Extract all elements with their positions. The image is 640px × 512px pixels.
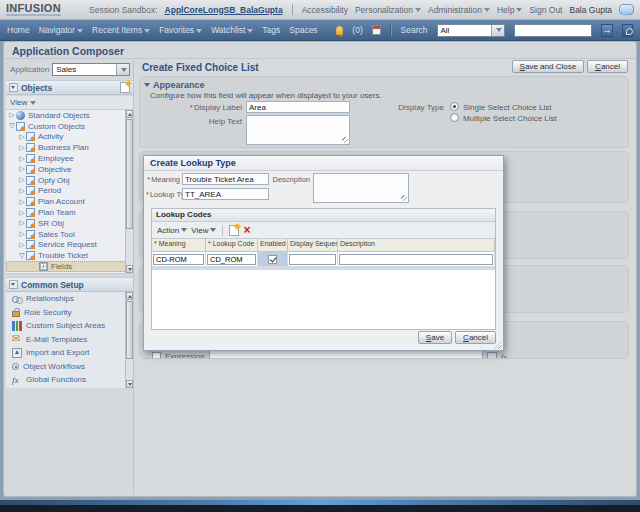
single-select-radio[interactable] (450, 102, 459, 111)
select-dropdown-button[interactable] (116, 64, 129, 75)
row-display-sequence-field[interactable] (289, 254, 336, 265)
collapse-icon[interactable]: ▽ (18, 252, 26, 260)
multiple-select-radio[interactable] (450, 113, 459, 122)
collapse-icon[interactable]: ▽ (8, 122, 16, 130)
scroll-up-icon[interactable] (126, 292, 133, 300)
sidebar-item-custom-subject-areas[interactable]: Custom Subject Areas (6, 319, 133, 333)
expand-icon[interactable]: ▷ (18, 241, 26, 249)
select-dropdown-button[interactable] (491, 25, 504, 36)
tree-item-custom-objects[interactable]: ▽Custom Objects (6, 121, 133, 132)
calendar-icon[interactable] (372, 25, 381, 35)
dialog-save-button[interactable]: Save (418, 331, 452, 344)
tree-item-sales-tool[interactable]: ▷Sales Tool (6, 229, 133, 240)
search-scope-select[interactable]: All (437, 24, 506, 37)
tree-item-trouble-ticket[interactable]: ▽Trouble Ticket (6, 250, 133, 261)
display-label-field[interactable] (246, 101, 350, 113)
expand-icon[interactable]: ▷ (18, 198, 26, 206)
expand-icon[interactable]: ▷ (18, 219, 26, 227)
cancel-button[interactable]: Cancel (587, 60, 628, 73)
help-menu[interactable]: Help (497, 5, 522, 15)
column-header-enabled[interactable]: Enabled (258, 239, 288, 251)
collapse-icon[interactable] (9, 83, 18, 92)
action-menu[interactable]: Action (157, 226, 187, 235)
tree-item-activity[interactable]: ▷Activity (6, 132, 133, 143)
sidebar-item-object-workflows[interactable]: Object Workflows (6, 360, 133, 374)
tree-item-period[interactable]: ▷Period (6, 186, 133, 197)
expand-icon[interactable]: ▷ (18, 144, 26, 152)
scroll-thumb[interactable] (126, 301, 133, 359)
session-sandbox-link[interactable]: ApplCoreLongSB_BalaGupta (165, 5, 283, 15)
list-scrollbar[interactable] (125, 292, 133, 388)
chat-icon[interactable] (619, 4, 634, 15)
nav-navigator-menu[interactable]: Navigator (39, 25, 83, 35)
sidebar-item-import-export[interactable]: Import and Export (6, 346, 133, 360)
table-row[interactable] (152, 252, 495, 267)
tree-item-opty-obj[interactable]: ▷Opty Obj (6, 175, 133, 186)
application-select[interactable]: Sales (52, 63, 130, 76)
scroll-up-icon[interactable] (126, 110, 133, 118)
nav-favorites-menu[interactable]: Favorites (159, 25, 202, 35)
search-go-button[interactable]: → (601, 24, 612, 37)
delete-row-icon[interactable]: × (243, 225, 250, 235)
sidebar-item-relationships[interactable]: Relationships (6, 292, 133, 306)
edit-expression-icon[interactable] (487, 352, 497, 360)
accessibility-link[interactable]: Accessibility (302, 5, 348, 15)
scroll-thumb[interactable] (126, 119, 133, 229)
advanced-search-icon[interactable] (622, 24, 633, 37)
expand-icon[interactable]: ▷ (8, 111, 16, 119)
row-description-field[interactable] (339, 254, 493, 265)
nav-tags[interactable]: Tags (262, 25, 280, 35)
tree-item-service-request[interactable]: ▷Service Request (6, 240, 133, 251)
tree-item-plan-account[interactable]: ▷Plan Account (6, 196, 133, 207)
column-header-description[interactable]: Description (338, 239, 495, 251)
appearance-section-header[interactable]: Appearance (140, 77, 628, 90)
tree-item-plan-team[interactable]: ▷Plan Team (6, 207, 133, 218)
notifications-bell-icon[interactable] (336, 26, 344, 35)
expand-icon[interactable]: ▷ (18, 165, 26, 173)
column-header-lookup-code[interactable]: * Lookup Code (206, 239, 258, 251)
scroll-down-icon[interactable] (126, 380, 133, 388)
tree-item-sr-obj[interactable]: ▷SR Obj (6, 218, 133, 229)
nav-watchlist-menu[interactable]: Watchlist (211, 25, 253, 35)
row-lookup-code-field[interactable] (207, 254, 256, 265)
sidebar-item-role-security[interactable]: Role Security (6, 306, 133, 320)
column-header-meaning[interactable]: * Meaning (152, 239, 206, 251)
expand-icon[interactable]: ▷ (18, 133, 26, 141)
help-text-field[interactable] (246, 115, 350, 145)
description-field[interactable] (313, 173, 409, 203)
lookup-type-field[interactable] (182, 188, 269, 200)
expand-icon[interactable]: ▷ (18, 230, 26, 238)
expand-icon[interactable]: ▷ (18, 155, 26, 163)
tree-item-business-plan[interactable]: ▷Business Plan (6, 142, 133, 153)
add-row-icon[interactable] (229, 225, 239, 236)
tree-scrollbar[interactable] (125, 110, 133, 273)
expression-checkbox[interactable] (152, 352, 161, 359)
collapse-icon[interactable] (9, 280, 18, 289)
sidebar-item-email-templates[interactable]: ✉E-Mail Templates (6, 333, 133, 347)
row-meaning-field[interactable] (153, 254, 204, 265)
dialog-cancel-button[interactable]: Cancel (455, 331, 496, 344)
sign-out-link[interactable]: Sign Out (529, 5, 562, 15)
expand-icon[interactable]: ▷ (18, 176, 26, 184)
save-and-close-button[interactable]: Save and Close (512, 60, 585, 73)
expand-icon[interactable]: ▷ (18, 187, 26, 195)
search-input[interactable] (514, 24, 592, 37)
expand-icon[interactable]: ▷ (18, 209, 26, 217)
sidebar-item-global-functions[interactable]: fxGlobal Functions (6, 373, 133, 387)
tree-item-standard-objects[interactable]: ▷Standard Objects (6, 110, 133, 121)
expression-field[interactable] (209, 350, 483, 359)
column-header-display-sequence[interactable]: Display Sequence (288, 239, 338, 251)
tree-item-fields[interactable]: Fields (6, 261, 133, 272)
administration-menu[interactable]: Administration (428, 5, 490, 15)
tree-view-menu[interactable]: View (6, 96, 133, 110)
new-object-icon[interactable] (120, 82, 130, 93)
nav-recent-items-menu[interactable]: Recent Items (92, 25, 150, 35)
tree-item-objective[interactable]: ▷Objective (6, 164, 133, 175)
personalization-menu[interactable]: Personalization (355, 5, 421, 15)
meaning-field[interactable] (182, 173, 269, 185)
row-enabled-checkbox[interactable] (268, 255, 277, 264)
scroll-down-icon[interactable] (126, 265, 133, 273)
view-menu[interactable]: View (191, 226, 216, 235)
nav-home[interactable]: Home (7, 25, 30, 35)
tree-item-employee[interactable]: ▷Employee (6, 153, 133, 164)
